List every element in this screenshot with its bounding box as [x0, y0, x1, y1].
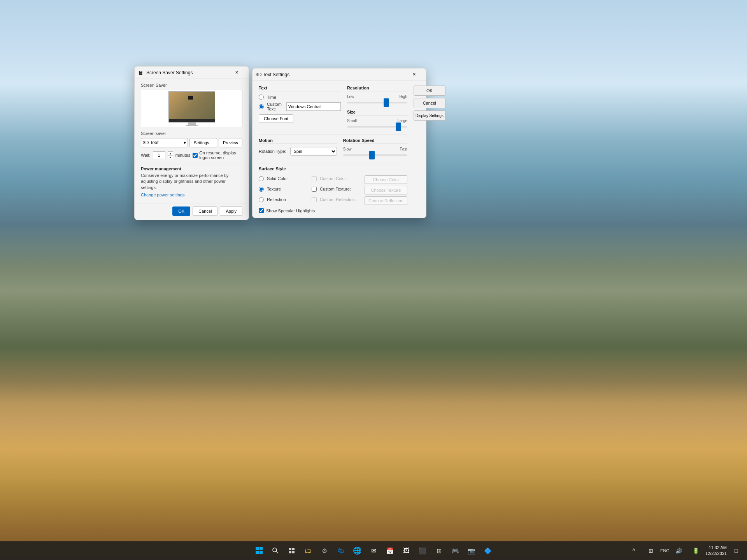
- task-view-button[interactable]: [284, 543, 300, 558]
- taskbar-clock[interactable]: 11:32 AM 12/22/2021: [705, 545, 727, 557]
- language-indicator[interactable]: ENG: [660, 548, 670, 553]
- mail-button[interactable]: ✉: [366, 543, 381, 558]
- size-track[interactable]: [347, 126, 407, 128]
- screensaver-apply-button[interactable]: Apply: [220, 206, 242, 216]
- custom-texture-row: Custom Texture:: [312, 187, 362, 192]
- custom-texture-checkbox[interactable]: [312, 187, 317, 192]
- custom-color-row: Custom Color:: [312, 176, 362, 181]
- resolution-track[interactable]: [347, 102, 407, 103]
- surface-style-title: Surface Style: [259, 166, 407, 172]
- screensaver-ok-button[interactable]: OK: [172, 206, 190, 216]
- wait-increment[interactable]: ▲: [168, 151, 173, 155]
- solid-color-radio[interactable]: [259, 176, 264, 181]
- custom-texture-text: Custom Texture:: [320, 187, 351, 191]
- specular-row: Show Specular Highlights: [259, 208, 407, 213]
- screensaver-close-button[interactable]: ✕: [228, 66, 245, 79]
- calendar-button[interactable]: 📅: [382, 543, 398, 558]
- rotation-type-label: Rotation Type:: [259, 149, 286, 154]
- file-explorer-button[interactable]: 🗂: [300, 543, 316, 558]
- taskbar-center: 🗂 ⚙ 🛍 🌐 ✉ 📅 🖼 ⬛ ⊞ 🎮 📷 🔷: [251, 543, 496, 558]
- edge-button[interactable]: 🌐: [349, 543, 365, 558]
- svg-rect-0: [256, 547, 259, 550]
- specular-checkbox[interactable]: [259, 208, 264, 213]
- ss-preview-button[interactable]: Preview: [219, 138, 242, 147]
- power-link[interactable]: Change power settings: [141, 192, 185, 197]
- custom-radio-row: Custom Text: Windows Central: [259, 102, 341, 111]
- text3d-close-button[interactable]: ✕: [405, 68, 423, 81]
- time-radio-label: Time: [267, 95, 276, 100]
- photos-button[interactable]: 🖼: [398, 543, 414, 558]
- specular-label: Show Specular Highlights: [266, 208, 315, 213]
- speed-thumb[interactable]: [369, 151, 375, 159]
- screensaver-title: Screen Saver Settings: [146, 70, 228, 75]
- unknown-button[interactable]: 🔷: [480, 543, 496, 558]
- taskbar-right: ^ ⊞ ENG 🔊 🔋 11:32 AM 12/22/2021 □: [626, 543, 744, 558]
- custom-radio[interactable]: [259, 104, 264, 109]
- resume-checkbox-label[interactable]: On resume, display logon screen: [193, 150, 242, 160]
- resume-checkbox[interactable]: [193, 153, 198, 158]
- wait-row: Wait: 1 ▲ ▼ minutes On resume, display l…: [141, 150, 242, 160]
- ss-settings-button[interactable]: Settings...: [189, 138, 217, 147]
- text3d-window: 3D Text Settings ✕ Text Time Custom Text…: [252, 68, 426, 218]
- camera-button[interactable]: 📷: [464, 543, 479, 558]
- choose-reflection-button[interactable]: Choose Reflection: [365, 196, 407, 205]
- resolution-thumb[interactable]: [384, 98, 389, 107]
- network-icon[interactable]: ⊞: [643, 543, 659, 558]
- surface-grid: Solid Color Custom Color: Choose Color T…: [259, 175, 407, 205]
- store-button[interactable]: 🛍: [333, 543, 349, 558]
- wait-label: Wait:: [141, 153, 151, 158]
- svg-rect-1: [260, 547, 263, 550]
- text3d-titlebar[interactable]: 3D Text Settings ✕: [253, 68, 426, 81]
- svg-rect-8: [289, 551, 291, 553]
- settings-button[interactable]: ⚙: [317, 543, 332, 558]
- time-radio[interactable]: [259, 94, 264, 100]
- screensaver-cancel-button[interactable]: Cancel: [193, 206, 217, 216]
- terminal-button[interactable]: ⬛: [415, 543, 430, 558]
- custom-text-input[interactable]: Windows Central: [286, 102, 341, 111]
- rotation-type-select[interactable]: Spin See-Saw Wobble None: [290, 147, 337, 156]
- text3d-layout: Text Time Custom Text: Windows Central C…: [253, 81, 426, 218]
- text3d-cancel-button[interactable]: Cancel: [414, 98, 445, 108]
- surface-style-section: Surface Style Solid Color Custom Color: …: [259, 166, 407, 213]
- text-section: Text Time Custom Text: Windows Central C…: [259, 86, 341, 130]
- rotation-speed-section: Rotation Speed Slow Fast: [343, 138, 407, 158]
- volume-icon[interactable]: 🔊: [671, 543, 687, 558]
- notification-chevron[interactable]: ^: [626, 543, 642, 558]
- xbox-button[interactable]: 🎮: [447, 543, 463, 558]
- motion-section: Motion Rotation Type: Spin See-Saw Wobbl…: [259, 138, 337, 158]
- task-view-icon: [289, 548, 295, 554]
- custom-texture-label: Custom Texture:: [320, 187, 351, 191]
- custom-radio-label: Custom Text:: [267, 102, 282, 111]
- resolution-labels: Low High: [347, 94, 407, 99]
- choose-texture-button[interactable]: Choose Texture: [365, 186, 407, 194]
- battery-icon[interactable]: 🔋: [688, 543, 704, 558]
- text3d-right-buttons: OK Cancel Display Settings: [414, 81, 449, 218]
- text3d-ok-button[interactable]: OK: [414, 86, 445, 96]
- search-button[interactable]: [268, 543, 283, 558]
- texture-radio[interactable]: [259, 187, 264, 192]
- size-title: Size: [347, 110, 407, 116]
- wait-input[interactable]: 1: [153, 151, 165, 159]
- motion-speed-row: Motion Rotation Type: Spin See-Saw Wobbl…: [259, 138, 407, 158]
- text3d-main-panel: Text Time Custom Text: Windows Central C…: [253, 81, 414, 218]
- reflection-radio[interactable]: [259, 197, 264, 202]
- preview-monitor: [168, 91, 215, 126]
- text3d-display-settings-button[interactable]: Display Settings: [414, 110, 445, 121]
- start-button[interactable]: [251, 543, 267, 558]
- apps-button[interactable]: ⊞: [431, 543, 447, 558]
- screensaver-titlebar[interactable]: 🖥 Screen Saver Settings ✕: [135, 66, 249, 79]
- choose-color-button[interactable]: Choose Color: [365, 175, 407, 184]
- solid-color-label: Solid Color: [267, 176, 288, 181]
- ss-dropdown[interactable]: 3D Text ▾: [141, 138, 188, 147]
- speed-track[interactable]: [343, 154, 407, 156]
- choose-font-button[interactable]: Choose Font: [259, 114, 293, 123]
- resolution-title: Resolution: [347, 86, 407, 91]
- rotation-type-row: Rotation Type: Spin See-Saw Wobble None: [259, 147, 337, 156]
- wait-decrement[interactable]: ▼: [168, 155, 173, 159]
- taskbar: 🗂 ⚙ 🛍 🌐 ✉ 📅 🖼 ⬛ ⊞ 🎮 📷 🔷 ^ ⊞ ENG 🔊 🔋 11:3…: [0, 541, 747, 560]
- custom-reflection-checkbox[interactable]: [312, 197, 317, 202]
- custom-color-checkbox[interactable]: [312, 176, 317, 181]
- preview-screen: [168, 91, 215, 122]
- size-thumb[interactable]: [396, 122, 401, 131]
- notification-button[interactable]: □: [728, 543, 744, 558]
